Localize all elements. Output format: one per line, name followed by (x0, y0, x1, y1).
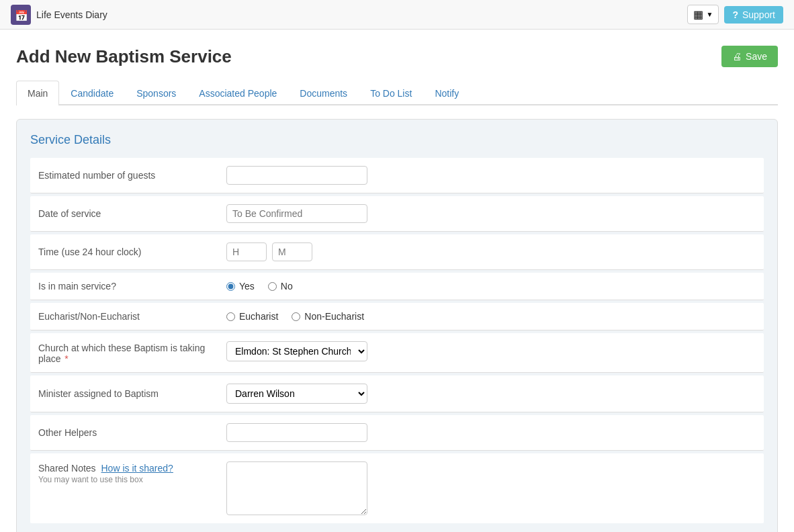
shared-notes-control (226, 461, 756, 515)
form-row-time: Time (use 24 hour clock) (30, 234, 764, 270)
non-eucharist-radio[interactable] (292, 312, 300, 321)
save-button[interactable]: 🖨 Save (721, 46, 778, 67)
main-service-no-radio[interactable] (268, 282, 277, 291)
save-label: Save (746, 51, 767, 62)
tab-documents-label: Documents (300, 88, 347, 99)
form-row-church: Church at which these Baptism is taking … (30, 333, 764, 373)
tabs: Main Candidate Sponsors Associated Peopl… (16, 81, 778, 105)
eucharist-label: Eucharist/Non-Eucharist (38, 311, 226, 322)
guests-input[interactable] (226, 166, 367, 185)
service-details-card: Service Details Estimated number of gues… (16, 119, 778, 532)
helpers-control (226, 423, 756, 442)
non-eucharist-option-label[interactable]: Non-Eucharist (292, 311, 364, 322)
minister-control: Darren Wilson (226, 384, 756, 404)
header: 📅 Life Events Diary ▦ ▼ ? Support (0, 0, 794, 30)
eucharist-radio[interactable] (226, 312, 235, 321)
eucharist-option-label[interactable]: Eucharist (226, 311, 278, 322)
time-control (226, 242, 756, 261)
question-icon: ? (732, 9, 738, 20)
helpers-label: Other Helpers (38, 427, 226, 438)
tab-associated-people[interactable]: Associated People (187, 81, 288, 105)
church-control: Elmdon: St Stephen Church C (226, 341, 756, 361)
main-service-control: Yes No (226, 281, 756, 292)
date-label: Date of service (38, 208, 226, 219)
page-content: Add New Baptism Service 🖨 Save Main Cand… (0, 30, 794, 532)
guests-control (226, 166, 756, 185)
tab-main-label: Main (28, 88, 48, 99)
main-service-yes-label[interactable]: Yes (226, 281, 255, 292)
tab-todo-list-label: To Do List (370, 88, 412, 99)
form-row-date: Date of service (30, 196, 764, 232)
svg-text:📅: 📅 (15, 9, 28, 22)
tab-main[interactable]: Main (16, 81, 59, 105)
save-icon: 🖨 (732, 51, 742, 62)
service-details-title: Service Details (30, 133, 764, 147)
tab-candidate[interactable]: Candidate (59, 81, 125, 105)
main-service-label: Is in main service? (38, 281, 226, 292)
time-hour-input[interactable] (226, 242, 267, 261)
form-row-minister: Minister assigned to Baptism Darren Wils… (30, 375, 764, 412)
main-service-no-label[interactable]: No (268, 281, 293, 292)
tab-sponsors[interactable]: Sponsors (125, 81, 187, 105)
minister-label: Minister assigned to Baptism (38, 388, 226, 399)
main-service-yes-radio[interactable] (226, 282, 235, 291)
tab-candidate-label: Candidate (71, 88, 114, 99)
page-title: Add New Baptism Service (16, 46, 232, 67)
minister-select[interactable]: Darren Wilson (226, 384, 367, 404)
main-service-no-text: No (281, 281, 293, 292)
church-label: Church at which these Baptism is taking … (38, 341, 226, 364)
page-header: Add New Baptism Service 🖨 Save (16, 46, 778, 67)
church-select[interactable]: Elmdon: St Stephen Church C (226, 341, 367, 361)
app-title: Life Events Diary (36, 9, 107, 20)
eucharist-radio-group: Eucharist Non-Eucharist (226, 311, 364, 322)
main-service-yes-text: Yes (239, 281, 255, 292)
time-label: Time (use 24 hour clock) (38, 247, 226, 257)
shared-notes-textarea[interactable] (226, 461, 367, 515)
main-service-radio-group: Yes No (226, 281, 293, 292)
form-row-eucharist: Eucharist/Non-Eucharist Eucharist Non-Eu… (30, 303, 764, 330)
grid-dropdown-icon: ▼ (706, 11, 713, 18)
app-logo-icon: 📅 (11, 5, 31, 25)
grid-icon: ▦ (693, 8, 703, 21)
tab-associated-people-label: Associated People (199, 88, 277, 99)
eucharist-control: Eucharist Non-Eucharist (226, 311, 756, 322)
tab-documents[interactable]: Documents (288, 81, 359, 105)
support-button[interactable]: ? Support (724, 6, 783, 24)
form-row-helpers: Other Helpers (30, 415, 764, 451)
tab-notify-label: Notify (435, 88, 459, 99)
shared-notes-link[interactable]: How is it shared? (101, 463, 173, 474)
shared-notes-label: Shared Notes (38, 463, 96, 474)
church-required-asterisk: * (64, 353, 68, 364)
date-input[interactable] (226, 204, 367, 223)
support-label: Support (742, 9, 775, 20)
grid-button[interactable]: ▦ ▼ (687, 5, 719, 24)
tab-notify[interactable]: Notify (423, 81, 470, 105)
form-row-guests: Estimated number of guests (30, 158, 764, 193)
helpers-input[interactable] (226, 423, 367, 442)
form-row-main-service: Is in main service? Yes No (30, 273, 764, 300)
non-eucharist-option-text: Non-Eucharist (304, 311, 364, 322)
header-right: ▦ ▼ ? Support (687, 5, 783, 24)
time-minute-input[interactable] (272, 242, 312, 261)
shared-notes-label-area: Shared Notes How is it shared? You may w… (38, 461, 226, 484)
header-left: 📅 Life Events Diary (11, 5, 107, 25)
shared-notes-hint: You may want to use this box (38, 475, 226, 484)
eucharist-option-text: Eucharist (239, 311, 278, 322)
date-control (226, 204, 756, 223)
form-row-shared-notes: Shared Notes How is it shared? You may w… (30, 453, 764, 523)
guests-label: Estimated number of guests (38, 170, 226, 181)
tab-todo-list[interactable]: To Do List (359, 81, 423, 105)
tab-sponsors-label: Sponsors (136, 88, 176, 99)
